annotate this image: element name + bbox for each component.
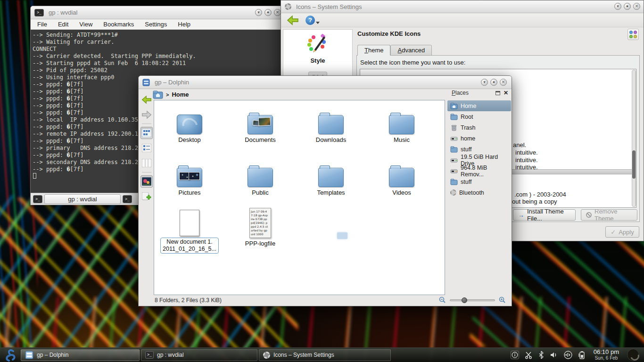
details-view-button[interactable] [140, 142, 153, 154]
folder-label: Pictures [159, 189, 220, 196]
notifications-icon[interactable] [511, 351, 519, 359]
home-folder-icon[interactable] [153, 90, 163, 99]
zoom-slider[interactable] [450, 299, 495, 301]
place-label: Trash [461, 124, 476, 131]
minimize-button[interactable]: ▾ [481, 79, 488, 86]
overview-button[interactable] [627, 29, 639, 40]
folder-label: Downloads [300, 136, 362, 143]
place-root[interactable]: Root [447, 111, 511, 122]
menu-bookmarks[interactable]: Bookmarks [103, 21, 134, 28]
terminal-line: --> Starting pppd at Sun Feb 6 18:08:22 … [33, 60, 282, 67]
folder-item[interactable]: Desktop [159, 107, 220, 143]
file-view[interactable]: Desktop Documents Downloads Music [154, 100, 445, 295]
zoom-out-icon[interactable] [439, 296, 446, 304]
vertical-scrollbar[interactable] [632, 70, 636, 207]
close-button[interactable]: ✕ [274, 9, 281, 16]
klipper-scissors-icon[interactable] [524, 351, 533, 359]
apply-button[interactable]: ✓Apply [605, 226, 639, 238]
close-panel-icon[interactable]: ✕ [504, 90, 509, 95]
preview-button[interactable] [140, 175, 153, 188]
style-icon [307, 33, 329, 54]
tab-list-icon[interactable]: >_ [123, 195, 132, 203]
place-trash[interactable]: Trash [447, 122, 511, 133]
back-icon [141, 95, 152, 104]
place-stuff2[interactable]: stuff [447, 176, 511, 187]
battery-icon[interactable] [578, 351, 586, 360]
place-home-drive[interactable]: home [447, 133, 511, 144]
minimize-button[interactable]: ▾ [614, 3, 621, 10]
forward-button[interactable] [140, 108, 153, 121]
terminal-line: CONNECT [33, 46, 282, 53]
plasma-cashew-icon[interactable] [627, 349, 639, 361]
settings-titlebar[interactable]: Icons – System Settings ▾ ● ✕ [281, 0, 644, 13]
dolphin-titlebar[interactable]: gp – Dolphin ▾ ● ✕ [139, 76, 512, 89]
close-button[interactable]: ✕ [633, 3, 640, 10]
split-view-button[interactable] [140, 190, 153, 203]
instruction-text: Select the icon theme you want to use: [360, 59, 465, 66]
volume-icon[interactable] [550, 351, 558, 359]
pictures-folder-icon [177, 168, 202, 187]
install-theme-button[interactable]: →Install Theme File... [513, 209, 576, 221]
bluetooth-icon[interactable] [538, 351, 545, 359]
back-icon[interactable] [287, 15, 299, 25]
remove-theme-button[interactable]: Remove Theme [581, 209, 637, 221]
folder-item[interactable]: Downloads [300, 107, 362, 143]
maximize-button[interactable]: ● [490, 79, 497, 86]
tab-theme[interactable]: Theme [357, 45, 390, 56]
taskbar-item-settings[interactable]: Icons – System Settings [259, 349, 391, 361]
menu-file[interactable]: File [37, 21, 47, 28]
zoom-slider-knob[interactable] [462, 297, 467, 303]
folder-item[interactable]: Pictures [159, 160, 220, 196]
icons-view-button[interactable] [140, 127, 153, 139]
place-label: Home [461, 103, 476, 109]
menu-settings[interactable]: Settings [145, 21, 167, 28]
rename-box[interactable]: New document 1. 2011_01_20_16_5... [160, 238, 219, 254]
scrollbar-thumb[interactable] [632, 150, 636, 179]
maximize-button[interactable]: ● [264, 9, 272, 16]
place-home[interactable]: Home [447, 100, 511, 111]
place-bluetooth[interactable]: Bluetooth [447, 187, 511, 198]
menu-help[interactable]: Help [178, 21, 190, 28]
device-notifier-usb-icon[interactable] [563, 351, 573, 359]
terminal-line: --> Waiting for carrier. [33, 39, 282, 46]
folder-item[interactable]: Documents [230, 107, 291, 143]
breadcrumb-home[interactable]: Home [172, 91, 189, 98]
place-removable[interactable]: 964.8 MiB Remov... [447, 165, 511, 176]
places-header: Places [452, 90, 469, 96]
file-item[interactable]: Jan 17 09:4 7:18 gp-Asp ire-5738 pp pd[1… [230, 206, 291, 247]
minimize-button[interactable]: ▾ [255, 9, 262, 16]
task-label: gp : wvdial [157, 352, 184, 358]
folder-item[interactable]: Public [230, 160, 291, 196]
konsole-titlebar[interactable]: >_ gp : wvdial ▾ ● ✕ [31, 6, 284, 19]
folder-label: Music [371, 136, 432, 143]
zoom-in-icon[interactable] [499, 296, 506, 304]
new-tab-icon[interactable]: >_ [33, 195, 42, 203]
menu-view[interactable]: View [79, 21, 92, 28]
settings-toolbar: ? [281, 13, 644, 27]
desktop-folder-icon [177, 115, 202, 134]
app-launcher-icon[interactable] [3, 348, 17, 362]
list-item-fragment: anel. [513, 141, 526, 148]
places-panel: Places ✕ Home Root [447, 90, 511, 198]
taskbar-item-dolphin[interactable]: gp – Dolphin [21, 349, 140, 361]
trash-icon [450, 124, 458, 132]
file-label: New document 1. [163, 239, 216, 246]
folder-item[interactable]: Videos [371, 160, 432, 196]
folder-item[interactable]: Templates [300, 160, 362, 196]
tab-advanced[interactable]: Advanced [390, 45, 432, 56]
dolphin-title: gp – Dolphin [155, 79, 189, 86]
columns-view-button[interactable] [140, 157, 153, 169]
place-label: 964.8 MiB Remov... [461, 165, 511, 178]
taskbar-item-wvdial[interactable]: >_ gp : wvdial [141, 349, 257, 361]
digital-clock[interactable]: 06:10 pm Sun, 6 Feb [591, 349, 622, 361]
help-button[interactable]: ? [305, 16, 320, 25]
maximize-button[interactable]: ● [624, 3, 631, 10]
folder-item[interactable]: Music [371, 107, 432, 143]
back-button[interactable] [140, 93, 153, 106]
konsole-tab[interactable]: gp : wvdial [44, 194, 121, 204]
float-panel-icon[interactable] [495, 91, 500, 95]
folder-label: Desktop [159, 136, 220, 143]
close-button[interactable]: ✕ [500, 79, 507, 86]
file-item-selected[interactable]: New document 1. 2011_01_20_16_5... [159, 206, 220, 254]
menu-edit[interactable]: Edit [58, 21, 68, 28]
